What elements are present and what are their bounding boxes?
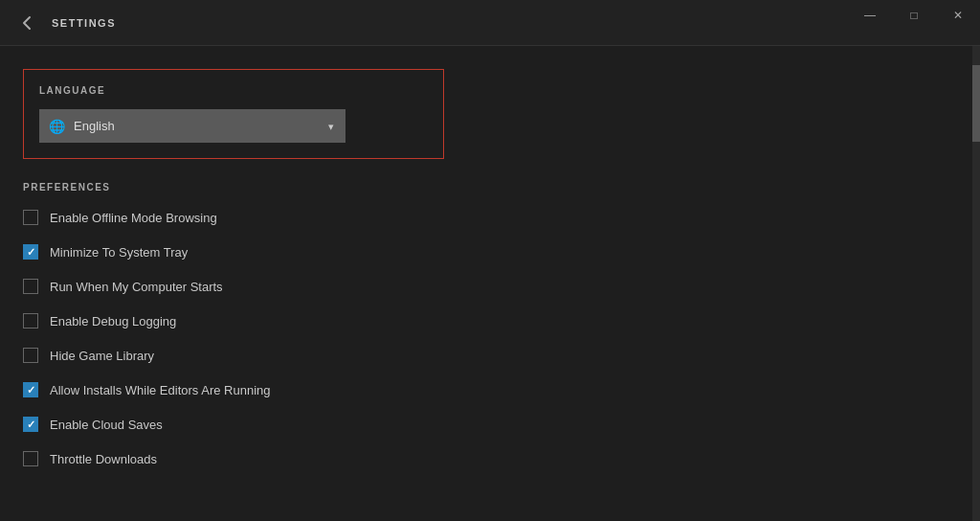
pref-item-minimize-tray[interactable]: Minimize To System Tray [23,244,949,260]
scrollbar-track[interactable] [972,46,980,521]
checkbox-minimize-tray[interactable] [23,244,38,260]
pref-label-offline-mode: Enable Offline Mode Browsing [50,211,217,225]
pref-label-minimize-tray: Minimize To System Tray [50,245,188,260]
pref-label-hide-library: Hide Game Library [50,349,154,363]
back-button[interactable] [15,11,38,34]
preferences-section: PREFERENCES Enable Offline Mode Browsing… [23,182,949,466]
language-select-wrapper: 🌐 English French German Spanish Italian … [39,109,345,143]
checkbox-allow-installs[interactable] [23,382,38,397]
pref-item-run-on-start[interactable]: Run When My Computer Starts [23,279,949,294]
pref-label-run-on-start: Run When My Computer Starts [50,280,223,294]
pref-label-throttle-downloads: Throttle Downloads [50,452,157,466]
settings-window: — □ ✕ SETTINGS LANGUAGE 🌐 English French [0,0,980,521]
page-title: SETTINGS [52,17,116,29]
checkbox-throttle-downloads[interactable] [23,451,38,466]
checkbox-cloud-saves[interactable] [23,417,38,432]
scrollbar-thumb[interactable] [972,65,980,142]
pref-item-throttle-downloads[interactable]: Throttle Downloads [23,451,949,466]
language-section: LANGUAGE 🌐 English French German Spanish… [23,69,444,159]
pref-label-cloud-saves: Enable Cloud Saves [50,418,163,432]
minimize-button[interactable]: — [848,0,892,31]
checkbox-offline-mode[interactable] [23,210,38,225]
content-area: LANGUAGE 🌐 English French German Spanish… [0,46,980,521]
maximize-button[interactable]: □ [892,0,936,31]
close-button[interactable]: ✕ [936,0,980,31]
pref-item-hide-library[interactable]: Hide Game Library [23,348,949,363]
pref-item-debug-logging[interactable]: Enable Debug Logging [23,313,949,328]
checkbox-hide-library[interactable] [23,348,38,363]
window-controls: — □ ✕ [848,0,980,31]
pref-item-offline-mode[interactable]: Enable Offline Mode Browsing [23,210,949,225]
pref-item-cloud-saves[interactable]: Enable Cloud Saves [23,417,949,432]
language-label: LANGUAGE [39,85,428,96]
preferences-label: PREFERENCES [23,182,949,193]
language-select[interactable]: English French German Spanish Italian Po… [39,109,345,143]
checkbox-run-on-start[interactable] [23,279,38,294]
pref-label-debug-logging: Enable Debug Logging [50,314,176,328]
main-content: LANGUAGE 🌐 English French German Spanish… [0,46,972,521]
checkbox-debug-logging[interactable] [23,313,38,328]
pref-label-allow-installs: Allow Installs While Editors Are Running [50,383,271,397]
pref-item-allow-installs[interactable]: Allow Installs While Editors Are Running [23,382,949,397]
header: SETTINGS [0,0,980,46]
